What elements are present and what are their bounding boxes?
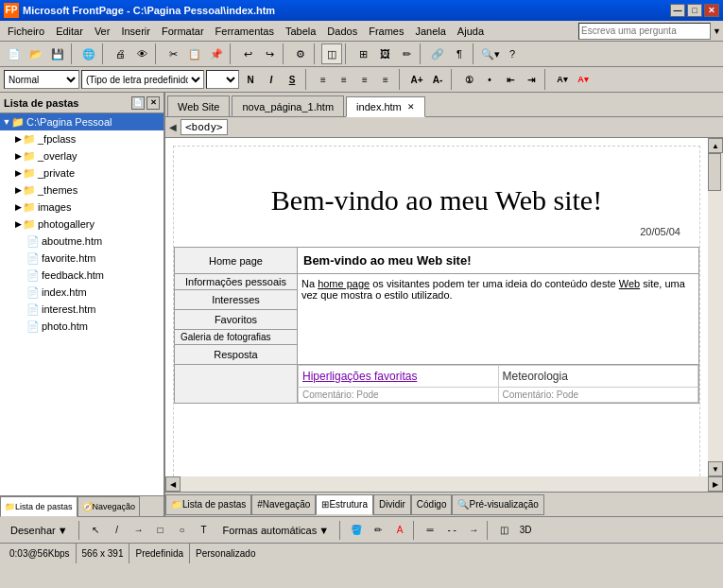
menu-tabela[interactable]: Tabela	[280, 24, 321, 39]
help-search-input[interactable]	[578, 23, 711, 40]
color-fill-btn[interactable]: 🪣	[347, 521, 366, 540]
menu-inserir[interactable]: Inserir	[115, 24, 156, 39]
tab-website[interactable]: Web Site	[167, 95, 230, 116]
new-button[interactable]: 📄	[4, 43, 25, 64]
nav-link-favoritos[interactable]: Favoritos	[181, 312, 291, 327]
scroll-right-button[interactable]: ▶	[708, 476, 723, 492]
tree-item-feedback[interactable]: 📄 feedback.htm	[0, 267, 164, 284]
line-style-btn[interactable]: ═	[421, 521, 439, 540]
tab-dividir[interactable]: Dividir	[373, 494, 411, 515]
tree-item-index[interactable]: 📄 index.htm	[0, 284, 164, 301]
save-button[interactable]: 💾	[47, 43, 68, 64]
align-left[interactable]: ≡	[314, 70, 333, 89]
highlight-color[interactable]: A▾	[553, 70, 572, 89]
paragraph-button[interactable]: ¶	[449, 43, 470, 64]
numbering[interactable]: ①	[459, 70, 478, 89]
nav-link-home[interactable]: Home page	[181, 253, 291, 268]
hiperligacoes-link[interactable]: Hiperligações favoritas	[302, 370, 417, 383]
menu-janela[interactable]: Janela	[409, 24, 451, 39]
expand-icon[interactable]: ▶	[13, 219, 23, 229]
body-tag[interactable]: <body>	[181, 119, 228, 135]
panel-close-btn[interactable]: ✕	[146, 96, 160, 110]
web-link[interactable]: Web	[619, 278, 640, 289]
tab-estrutura[interactable]: ⊞ Estrutura	[316, 494, 373, 515]
drawing-button[interactable]: ✏	[396, 43, 417, 64]
expand-icon[interactable]: ▶	[13, 151, 23, 161]
tree-item-fpclass[interactable]: ▶ 📁 _fpclass	[0, 130, 164, 147]
tab-close-icon[interactable]: ✕	[407, 102, 415, 112]
publish-button[interactable]: 🌐	[78, 43, 99, 64]
menu-ver[interactable]: Ver	[89, 24, 116, 39]
hyperlink-button[interactable]: 🔗	[427, 43, 448, 64]
tree-item-interest[interactable]: 📄 interest.htm	[0, 301, 164, 318]
tab-lista[interactable]: 📁 Lista de pastas	[165, 494, 251, 515]
line-color-btn[interactable]: ✏	[369, 521, 387, 540]
scroll-down-button[interactable]: ▼	[708, 461, 723, 476]
print-button[interactable]: 🖨	[110, 43, 130, 64]
textbox-tool[interactable]: T	[195, 521, 214, 540]
menu-ferramentas[interactable]: Ferramentas	[210, 24, 280, 39]
outdent[interactable]: ⇤	[501, 70, 520, 89]
undo-button[interactable]: ↩	[237, 43, 258, 64]
size-select[interactable]	[206, 70, 239, 89]
tab-nav[interactable]: # Navegação	[251, 494, 316, 515]
panel-new-btn[interactable]: 📄	[131, 96, 145, 110]
bullets[interactable]: •	[480, 70, 499, 89]
tree-root[interactable]: ▼ 📁 C:\Pagina Pessoal	[0, 113, 164, 130]
tree-item-aboutme[interactable]: 📄 aboutme.htm	[0, 233, 164, 250]
paste-button[interactable]: 📌	[206, 43, 227, 64]
component-button[interactable]: ⚙	[290, 43, 311, 64]
3d-btn[interactable]: 3D	[516, 521, 535, 540]
arrow-tool[interactable]: →	[129, 521, 148, 540]
back-arrow[interactable]: ◀	[169, 122, 177, 132]
draw-dropdown[interactable]: Desenhar ▼	[4, 523, 75, 538]
dash-style-btn[interactable]: - -	[442, 521, 461, 540]
align-justify[interactable]: ≡	[376, 70, 395, 89]
oval-tool[interactable]: ○	[173, 521, 192, 540]
bold-button[interactable]: N	[241, 70, 260, 89]
redo-button[interactable]: ↪	[259, 43, 280, 64]
tree-item-themes[interactable]: ▶ 📁 _themes	[0, 182, 164, 199]
tree-item-images[interactable]: ▶ 📁 images	[0, 199, 164, 216]
font-size-inc[interactable]: A+	[407, 70, 426, 89]
scroll-thumb[interactable]	[708, 153, 721, 191]
align-right[interactable]: ≡	[355, 70, 374, 89]
expand-icon[interactable]: ▼	[2, 117, 11, 127]
cut-button[interactable]: ✂	[163, 43, 183, 64]
tree-item-photo[interactable]: 📄 photo.htm	[0, 318, 164, 335]
scroll-up-button[interactable]: ▲	[708, 138, 723, 153]
copy-button[interactable]: 📋	[184, 43, 205, 64]
nav-link-interesses[interactable]: Interesses	[181, 292, 291, 307]
nav-link-resposta[interactable]: Resposta	[181, 347, 291, 362]
maximize-button[interactable]: □	[687, 4, 702, 17]
home-page-link[interactable]: home page	[318, 278, 370, 289]
scroll-left-button[interactable]: ◀	[165, 476, 181, 492]
tree-item-overlay[interactable]: ▶ 📁 _overlay	[0, 147, 164, 164]
tree-item-photogallery[interactable]: ▶ 📁 photogallery	[0, 216, 164, 233]
menu-formatar[interactable]: Formatar	[156, 24, 210, 39]
rect-tool[interactable]: □	[151, 521, 170, 540]
preview-button[interactable]: 👁	[131, 43, 152, 64]
line-tool[interactable]: /	[108, 521, 127, 540]
tab-navegacao[interactable]: 🧭 Navegação	[77, 496, 141, 517]
font-select[interactable]: (Tipo de letra predefinido)	[81, 70, 204, 89]
shadow-btn[interactable]: ◫	[494, 521, 513, 540]
tab-preview[interactable]: 🔍 Pré-visualização	[452, 494, 543, 515]
menu-dados[interactable]: Dados	[321, 24, 363, 39]
expand-icon[interactable]: ▶	[13, 134, 23, 144]
tab-nova-pagina[interactable]: nova_página_1.htm	[232, 95, 344, 116]
arrow-style-btn[interactable]: →	[464, 521, 483, 540]
zoom-dropdown[interactable]: 🔍▾	[480, 43, 501, 64]
open-button[interactable]: 📂	[26, 43, 46, 64]
toggle-pane-button[interactable]: ◫	[321, 43, 342, 64]
search-dropdown-icon[interactable]: ▼	[713, 26, 721, 36]
font-color[interactable]: A▾	[574, 70, 593, 89]
close-button[interactable]: ✕	[704, 4, 719, 17]
expand-icon[interactable]: ▶	[13, 168, 23, 178]
help-button[interactable]: ?	[502, 43, 523, 64]
italic-button[interactable]: I	[262, 70, 281, 89]
shapes-dropdown[interactable]: Formas automáticas ▼	[216, 523, 336, 538]
menu-frames[interactable]: Frames	[363, 24, 409, 39]
font-size-dec[interactable]: A-	[428, 70, 447, 89]
menu-ajuda[interactable]: Ajuda	[452, 24, 490, 39]
